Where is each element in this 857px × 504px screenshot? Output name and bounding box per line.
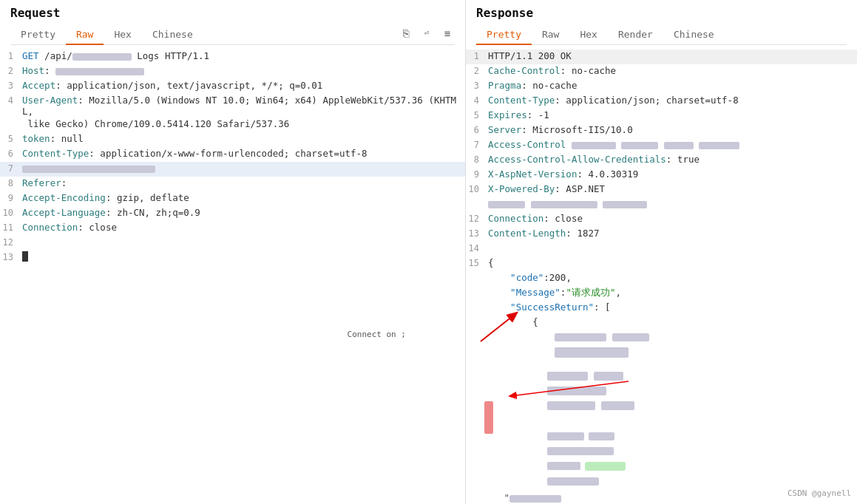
- response-blurred-2: [466, 345, 857, 367]
- response-line-4: 4 Content-Type: application/json; charse…: [466, 94, 857, 109]
- tab-response-raw[interactable]: Raw: [532, 24, 569, 44]
- response-blurred-1: [466, 330, 857, 345]
- response-line-9: 9 X-AspNet-Version: 4.0.30319: [466, 168, 857, 183]
- tab-request-hex[interactable]: Hex: [104, 24, 141, 44]
- tab-response-pretty[interactable]: Pretty: [476, 24, 532, 44]
- menu-icon[interactable]: ≡: [440, 26, 455, 41]
- request-header: Request Pretty Raw Hex Chinese ⎘ ⏎ ≡: [0, 0, 465, 45]
- response-line-2: 2 Cache-Control: no-cache: [466, 64, 857, 79]
- response-line-6: 6 Server: Microsoft-IIS/10.0: [466, 123, 857, 138]
- response-line-12: 12 Connection: close: [466, 212, 857, 227]
- request-line-10: 10 Accept-Language: zh-CN, zh;q=0.9: [0, 206, 465, 221]
- request-line-4a: 4 User-Agent: Mozilla/5.0 (Windows NT 10…: [0, 94, 465, 118]
- request-line-9: 9 Accept-Encoding: gzip, deflate: [0, 191, 465, 206]
- response-header: Response Pretty Raw Hex Render Chinese: [466, 0, 857, 45]
- response-line-16: "code":200,: [466, 271, 857, 286]
- response-line-3: 3 Pragma: no-cache: [466, 79, 857, 94]
- watermark: CSDN @gaynell: [787, 488, 851, 498]
- response-tabs: Pretty Raw Hex Render Chinese: [476, 24, 847, 45]
- response-line-19: {: [466, 316, 857, 330]
- request-line-1: 1 GET /api/ Logs HTTP/1.1: [0, 50, 465, 64]
- wrap-icon[interactable]: ⏎: [419, 26, 434, 41]
- response-line-5: 5 Expires: -1: [466, 109, 857, 123]
- request-line-3: 3 Accept: application/json, text/javascr…: [0, 79, 465, 94]
- response-title: Response: [476, 6, 847, 20]
- request-line-12: 12: [0, 236, 465, 251]
- request-tab-icons: ⎘ ⏎ ≡: [399, 24, 455, 44]
- request-line-11: 11 Connection: close: [0, 221, 465, 236]
- response-line-7: 7 Access-Control: [466, 138, 857, 153]
- request-line-13: 13: [0, 251, 465, 265]
- tab-response-hex[interactable]: Hex: [569, 24, 607, 44]
- request-panel: Request Pretty Raw Hex Chinese ⎘ ⏎ ≡ 1 G…: [0, 0, 466, 504]
- response-line-1: 1 HTTP/1.1 200 OK: [466, 50, 857, 64]
- copy-icon[interactable]: ⎘: [399, 26, 413, 41]
- response-line-17: "Message":"请求成功",: [466, 286, 857, 301]
- request-tabs: Pretty Raw Hex Chinese ⎘ ⏎ ≡: [10, 24, 455, 45]
- tab-response-chinese[interactable]: Chinese: [663, 24, 725, 44]
- tab-request-pretty[interactable]: Pretty: [10, 24, 66, 44]
- main-container: Request Pretty Raw Hex Chinese ⎘ ⏎ ≡ 1 G…: [0, 0, 857, 504]
- tab-request-chinese[interactable]: Chinese: [142, 24, 203, 44]
- response-line-8: 8 Access-Control-Allow-Credentials: true: [466, 153, 857, 168]
- tab-request-raw[interactable]: Raw: [66, 24, 104, 44]
- request-line-5: 5 token: null: [0, 132, 465, 147]
- tab-response-render[interactable]: Render: [608, 24, 663, 44]
- response-line-18: "SuccessReturn": [: [466, 301, 857, 316]
- response-line-15: 15 {: [466, 256, 857, 271]
- request-line-7: 7: [0, 162, 465, 177]
- connect-on-label: Connect on ;: [348, 330, 406, 339]
- request-line-2: 2 Host:: [0, 64, 465, 79]
- response-line-13: 13 Content-Length: 1827: [466, 227, 857, 242]
- request-content: 1 GET /api/ Logs HTTP/1.1 2 Host: 3 Acce…: [0, 45, 465, 504]
- response-line-10: 10 X-Powered-By: ASP.NET: [466, 183, 857, 197]
- response-blurred-area: [466, 367, 857, 486]
- request-line-8: 8 Referer:: [0, 177, 465, 191]
- response-line-11: [466, 197, 857, 212]
- response-panel: Response Pretty Raw Hex Render Chinese 1…: [466, 0, 857, 504]
- response-line-14: 14: [466, 242, 857, 256]
- request-line-6: 6 Content-Type: application/x-www-form-u…: [0, 147, 465, 162]
- request-line-4b: like Gecko) Chrome/109.0.5414.120 Safari…: [0, 118, 465, 132]
- request-bottom-area: Connect on ;: [0, 265, 465, 428]
- response-content: 1 HTTP/1.1 200 OK 2 Cache-Control: no-ca…: [466, 45, 857, 504]
- request-title: Request: [10, 6, 455, 20]
